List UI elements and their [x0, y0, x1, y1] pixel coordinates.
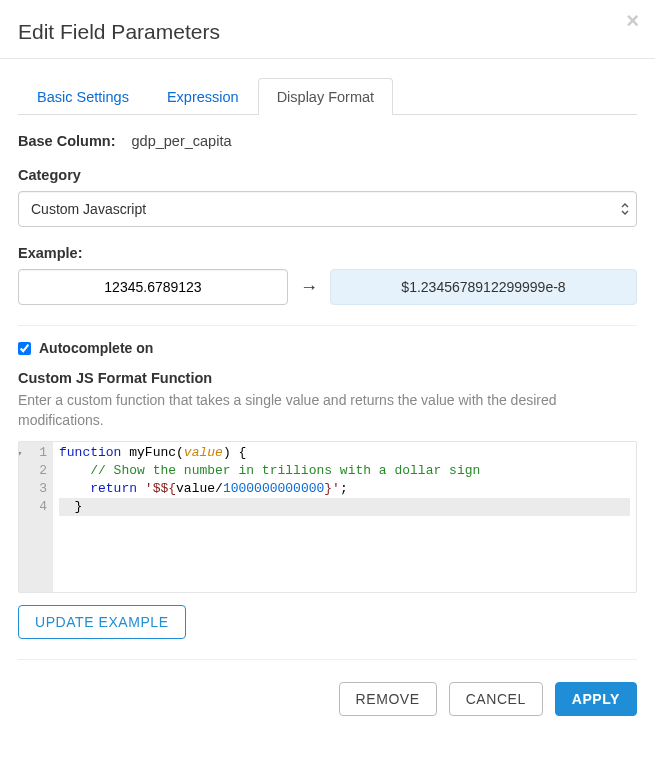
base-column-row: Base Column: gdp_per_capita — [18, 133, 637, 149]
edit-field-parameters-dialog: × Edit Field Parameters Basic Settings E… — [0, 0, 655, 736]
dialog-title: Edit Field Parameters — [18, 20, 637, 44]
editor-gutter: ▾1 2 3 4 — [19, 442, 53, 592]
autocomplete-checkbox[interactable] — [18, 342, 31, 355]
category-select[interactable]: Custom Javascript — [18, 191, 637, 227]
update-example-button[interactable]: UPDATE EXAMPLE — [18, 605, 186, 639]
dialog-footer: REMOVE CANCEL APPLY — [18, 682, 637, 716]
divider — [0, 58, 655, 59]
tab-basic-settings[interactable]: Basic Settings — [18, 78, 148, 115]
fold-icon[interactable]: ▾ — [19, 445, 22, 463]
example-section: Example: → $1.2345678912299999e-8 — [18, 245, 637, 305]
autocomplete-row: Autocomplete on — [18, 340, 637, 356]
tab-display-format[interactable]: Display Format — [258, 78, 394, 115]
custom-fn-title: Custom JS Format Function — [18, 370, 637, 386]
tabs: Basic Settings Expression Display Format — [18, 77, 637, 115]
tab-expression[interactable]: Expression — [148, 78, 258, 115]
category-row: Category Custom Javascript — [18, 167, 637, 227]
editor-code[interactable]: function myFunc(value) { // Show the num… — [53, 442, 636, 592]
cancel-button[interactable]: CANCEL — [449, 682, 543, 716]
example-output: $1.2345678912299999e-8 — [330, 269, 637, 305]
base-column-label: Base Column: — [18, 133, 116, 149]
arrow-right-icon: → — [300, 277, 318, 298]
divider — [18, 325, 637, 326]
autocomplete-label: Autocomplete on — [39, 340, 153, 356]
category-select-wrap: Custom Javascript — [18, 191, 637, 227]
custom-fn-help: Enter a custom function that takes a sin… — [18, 390, 637, 431]
code-editor[interactable]: ▾1 2 3 4 function myFunc(value) { // Sho… — [18, 441, 637, 593]
example-input[interactable] — [18, 269, 288, 305]
apply-button[interactable]: APPLY — [555, 682, 637, 716]
remove-button[interactable]: REMOVE — [339, 682, 437, 716]
example-label: Example: — [18, 245, 637, 261]
category-label: Category — [18, 167, 637, 183]
close-icon[interactable]: × — [626, 10, 639, 32]
divider — [18, 659, 637, 660]
base-column-value: gdp_per_capita — [132, 133, 232, 149]
